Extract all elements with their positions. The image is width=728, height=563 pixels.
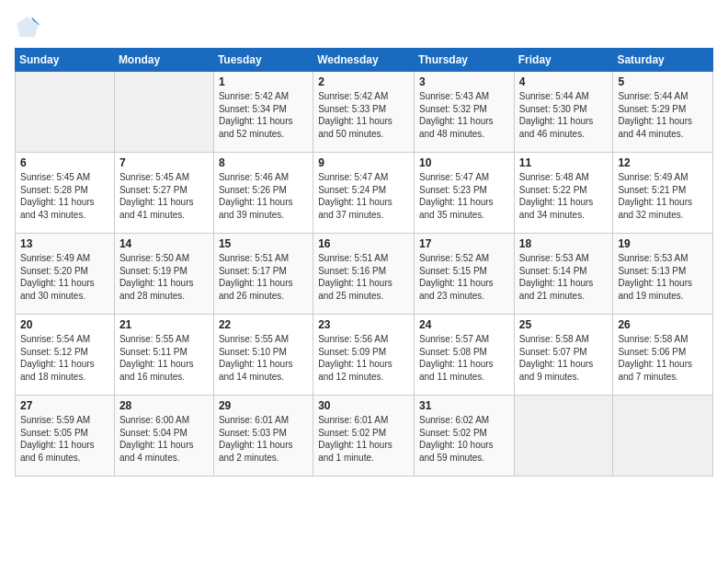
day-cell: 18Sunrise: 5:53 AM Sunset: 5:14 PM Dayli… (514, 234, 613, 315)
day-number: 3 (419, 75, 509, 88)
day-cell: 6Sunrise: 5:45 AM Sunset: 5:28 PM Daylig… (16, 153, 115, 234)
day-cell (16, 72, 115, 153)
day-number: 27 (20, 399, 109, 412)
day-info: Sunrise: 5:43 AM Sunset: 5:32 PM Dayligh… (419, 90, 509, 140)
day-info: Sunrise: 5:58 AM Sunset: 5:06 PM Dayligh… (618, 333, 708, 383)
day-cell: 23Sunrise: 5:56 AM Sunset: 5:09 PM Dayli… (313, 315, 415, 396)
weekday-header-thursday: Thursday (414, 49, 514, 72)
day-cell: 29Sunrise: 6:01 AM Sunset: 5:03 PM Dayli… (213, 396, 313, 477)
day-cell: 1Sunrise: 5:42 AM Sunset: 5:34 PM Daylig… (213, 72, 313, 153)
day-cell: 2Sunrise: 5:42 AM Sunset: 5:33 PM Daylig… (313, 72, 415, 153)
day-info: Sunrise: 5:54 AM Sunset: 5:12 PM Dayligh… (20, 333, 109, 383)
day-info: Sunrise: 5:51 AM Sunset: 5:16 PM Dayligh… (318, 252, 409, 302)
weekday-header-row: SundayMondayTuesdayWednesdayThursdayFrid… (16, 49, 713, 72)
day-number: 19 (618, 237, 708, 250)
day-cell: 8Sunrise: 5:46 AM Sunset: 5:26 PM Daylig… (213, 153, 313, 234)
day-cell: 19Sunrise: 5:53 AM Sunset: 5:13 PM Dayli… (613, 234, 713, 315)
day-info: Sunrise: 5:49 AM Sunset: 5:21 PM Dayligh… (618, 171, 708, 221)
day-number: 30 (318, 399, 409, 412)
day-cell: 14Sunrise: 5:50 AM Sunset: 5:19 PM Dayli… (114, 234, 213, 315)
day-info: Sunrise: 5:58 AM Sunset: 5:07 PM Dayligh… (519, 333, 609, 383)
day-number: 20 (20, 318, 109, 331)
day-number: 26 (618, 318, 708, 331)
svg-marker-0 (17, 17, 39, 37)
day-cell: 20Sunrise: 5:54 AM Sunset: 5:12 PM Dayli… (16, 315, 115, 396)
day-cell: 27Sunrise: 5:59 AM Sunset: 5:05 PM Dayli… (16, 396, 115, 477)
day-cell: 21Sunrise: 5:55 AM Sunset: 5:11 PM Dayli… (114, 315, 213, 396)
day-number: 7 (119, 156, 209, 169)
day-info: Sunrise: 6:02 AM Sunset: 5:02 PM Dayligh… (419, 414, 509, 464)
day-cell: 4Sunrise: 5:44 AM Sunset: 5:30 PM Daylig… (514, 72, 613, 153)
day-cell: 11Sunrise: 5:48 AM Sunset: 5:22 PM Dayli… (514, 153, 613, 234)
weekday-header-saturday: Saturday (613, 49, 713, 72)
day-cell: 16Sunrise: 5:51 AM Sunset: 5:16 PM Dayli… (313, 234, 415, 315)
page-header (15, 15, 713, 40)
day-number: 18 (519, 237, 609, 250)
weekday-header-wednesday: Wednesday (313, 49, 415, 72)
day-info: Sunrise: 5:47 AM Sunset: 5:24 PM Dayligh… (318, 171, 409, 221)
day-cell: 25Sunrise: 5:58 AM Sunset: 5:07 PM Dayli… (514, 315, 613, 396)
week-row-3: 13Sunrise: 5:49 AM Sunset: 5:20 PM Dayli… (16, 234, 713, 315)
week-row-2: 6Sunrise: 5:45 AM Sunset: 5:28 PM Daylig… (16, 153, 713, 234)
day-cell: 3Sunrise: 5:43 AM Sunset: 5:32 PM Daylig… (414, 72, 514, 153)
day-info: Sunrise: 5:56 AM Sunset: 5:09 PM Dayligh… (318, 333, 409, 383)
day-info: Sunrise: 5:55 AM Sunset: 5:10 PM Dayligh… (219, 333, 308, 383)
day-number: 28 (119, 399, 209, 412)
day-cell (613, 396, 713, 477)
day-number: 2 (318, 75, 409, 88)
day-cell: 12Sunrise: 5:49 AM Sunset: 5:21 PM Dayli… (613, 153, 713, 234)
day-info: Sunrise: 5:55 AM Sunset: 5:11 PM Dayligh… (119, 333, 209, 383)
day-number: 29 (219, 399, 308, 412)
day-cell: 31Sunrise: 6:02 AM Sunset: 5:02 PM Dayli… (414, 396, 514, 477)
day-cell (514, 396, 613, 477)
day-cell: 7Sunrise: 5:45 AM Sunset: 5:27 PM Daylig… (114, 153, 213, 234)
day-info: Sunrise: 5:45 AM Sunset: 5:28 PM Dayligh… (20, 171, 109, 221)
day-number: 24 (419, 318, 509, 331)
calendar-table: SundayMondayTuesdayWednesdayThursdayFrid… (15, 48, 713, 477)
day-info: Sunrise: 5:57 AM Sunset: 5:08 PM Dayligh… (419, 333, 509, 383)
weekday-header-monday: Monday (114, 49, 213, 72)
day-info: Sunrise: 5:53 AM Sunset: 5:14 PM Dayligh… (519, 252, 609, 302)
day-number: 11 (519, 156, 609, 169)
day-info: Sunrise: 5:47 AM Sunset: 5:23 PM Dayligh… (419, 171, 509, 221)
day-cell: 15Sunrise: 5:51 AM Sunset: 5:17 PM Dayli… (213, 234, 313, 315)
day-info: Sunrise: 5:48 AM Sunset: 5:22 PM Dayligh… (519, 171, 609, 221)
day-number: 4 (519, 75, 609, 88)
day-cell: 28Sunrise: 6:00 AM Sunset: 5:04 PM Dayli… (114, 396, 213, 477)
day-info: Sunrise: 5:46 AM Sunset: 5:26 PM Dayligh… (219, 171, 308, 221)
day-number: 13 (20, 237, 109, 250)
day-info: Sunrise: 5:59 AM Sunset: 5:05 PM Dayligh… (20, 414, 109, 464)
day-number: 17 (419, 237, 509, 250)
day-number: 14 (119, 237, 209, 250)
day-cell: 9Sunrise: 5:47 AM Sunset: 5:24 PM Daylig… (313, 153, 415, 234)
logo (15, 15, 44, 40)
week-row-1: 1Sunrise: 5:42 AM Sunset: 5:34 PM Daylig… (16, 72, 713, 153)
day-number: 22 (219, 318, 308, 331)
day-info: Sunrise: 5:42 AM Sunset: 5:33 PM Dayligh… (318, 90, 409, 140)
day-cell: 24Sunrise: 5:57 AM Sunset: 5:08 PM Dayli… (414, 315, 514, 396)
day-info: Sunrise: 6:00 AM Sunset: 5:04 PM Dayligh… (119, 414, 209, 464)
day-cell: 30Sunrise: 6:01 AM Sunset: 5:02 PM Dayli… (313, 396, 415, 477)
logo-icon (15, 15, 40, 40)
day-cell: 10Sunrise: 5:47 AM Sunset: 5:23 PM Dayli… (414, 153, 514, 234)
week-row-4: 20Sunrise: 5:54 AM Sunset: 5:12 PM Dayli… (16, 315, 713, 396)
day-info: Sunrise: 5:44 AM Sunset: 5:29 PM Dayligh… (618, 90, 708, 140)
day-number: 12 (618, 156, 708, 169)
day-info: Sunrise: 5:50 AM Sunset: 5:19 PM Dayligh… (119, 252, 209, 302)
day-number: 16 (318, 237, 409, 250)
day-number: 25 (519, 318, 609, 331)
day-info: Sunrise: 6:01 AM Sunset: 5:02 PM Dayligh… (318, 414, 409, 464)
weekday-header-tuesday: Tuesday (213, 49, 313, 72)
day-number: 8 (219, 156, 308, 169)
day-info: Sunrise: 5:42 AM Sunset: 5:34 PM Dayligh… (219, 90, 308, 140)
day-number: 9 (318, 156, 409, 169)
day-info: Sunrise: 5:51 AM Sunset: 5:17 PM Dayligh… (219, 252, 308, 302)
weekday-header-sunday: Sunday (16, 49, 115, 72)
day-info: Sunrise: 5:44 AM Sunset: 5:30 PM Dayligh… (519, 90, 609, 140)
weekday-header-friday: Friday (514, 49, 613, 72)
day-number: 31 (419, 399, 509, 412)
day-info: Sunrise: 5:52 AM Sunset: 5:15 PM Dayligh… (419, 252, 509, 302)
day-info: Sunrise: 6:01 AM Sunset: 5:03 PM Dayligh… (219, 414, 308, 464)
day-info: Sunrise: 5:45 AM Sunset: 5:27 PM Dayligh… (119, 171, 209, 221)
day-number: 21 (119, 318, 209, 331)
